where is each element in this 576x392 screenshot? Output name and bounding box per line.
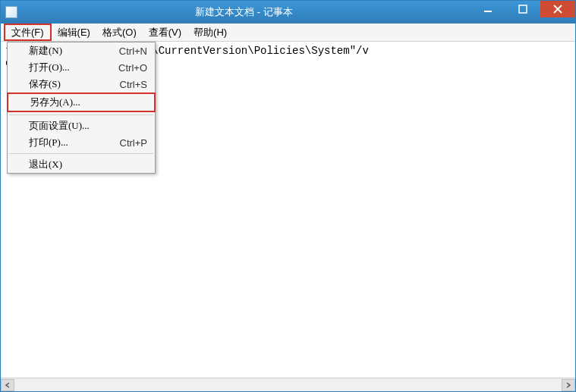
menu-separator [9,114,153,115]
menu-format[interactable]: 格式(O) [96,24,143,41]
close-button[interactable] [540,1,575,17]
menu-item-page-setup[interactable]: 页面设置(U)... [8,118,155,134]
menu-item-exit-label: 退出(X) [29,158,147,171]
horizontal-scrollbar[interactable] [1,378,575,391]
maximize-icon [518,5,527,14]
window-title: 新建文本文档 - 记事本 [17,5,471,19]
menu-edit[interactable]: 编辑(E) [52,24,96,41]
chevron-left-icon [5,382,11,388]
menu-item-save-label: 保存(S) [29,77,120,91]
menu-item-print-shortcut: Ctrl+P [120,137,147,149]
menu-item-new[interactable]: 新建(N) Ctrl+N [8,42,155,59]
file-menu-dropdown: 新建(N) Ctrl+N 打开(O)... Ctrl+O 保存(S) Ctrl+… [7,42,156,174]
scroll-left-button[interactable] [1,379,14,391]
minimize-icon [483,5,493,14]
menu-file[interactable]: 文件(F) [4,24,52,41]
window-controls [471,1,575,24]
minimize-button[interactable] [471,1,505,17]
menu-format-label: 格式(O) [102,26,137,39]
menu-item-save-as-label: 另存为(A)... [30,96,146,109]
scroll-right-button[interactable] [562,379,575,391]
menubar: 文件(F) 编辑(E) 格式(O) 查看(V) 帮助(H) [1,24,575,42]
titlebar[interactable]: 新建文本文档 - 记事本 [1,1,575,24]
menu-item-new-label: 新建(N) [29,44,119,58]
menu-view-label: 查看(V) [149,26,181,39]
menu-view[interactable]: 查看(V) [143,24,187,41]
menu-help[interactable]: 帮助(H) [187,24,233,41]
menu-item-page-setup-label: 页面设置(U)... [29,119,147,133]
menu-item-open[interactable]: 打开(O)... Ctrl+O [8,59,155,76]
close-icon [553,5,562,14]
chevron-right-icon [565,382,571,388]
menu-item-exit[interactable]: 退出(X) [8,156,155,173]
svg-rect-1 [519,5,527,13]
menu-item-new-shortcut: Ctrl+N [119,45,147,57]
menu-item-save-as[interactable]: 另存为(A)... [8,94,154,111]
menu-item-open-label: 打开(O)... [29,61,118,74]
menu-item-save[interactable]: 保存(S) Ctrl+S [8,76,155,93]
menu-edit-label: 编辑(E) [58,26,90,39]
menu-item-save-shortcut: Ctrl+S [120,79,147,90]
menu-item-save-as-highlight: 另存为(A)... [7,93,156,112]
notepad-window: 新建文本文档 - 记事本 文件(F) 编辑(E) 格式(O) 查看(V) 帮助(… [0,0,576,392]
menu-item-open-shortcut: Ctrl+O [118,62,147,74]
menu-item-print[interactable]: 打印(P)... Ctrl+P [8,134,155,151]
menu-help-label: 帮助(H) [194,26,227,39]
menu-file-label: 文件(F) [11,26,44,39]
notepad-icon [5,6,17,18]
menu-separator [9,153,153,154]
menu-item-print-label: 打印(P)... [29,136,120,149]
scroll-track[interactable] [14,379,562,391]
maximize-button[interactable] [505,1,540,17]
